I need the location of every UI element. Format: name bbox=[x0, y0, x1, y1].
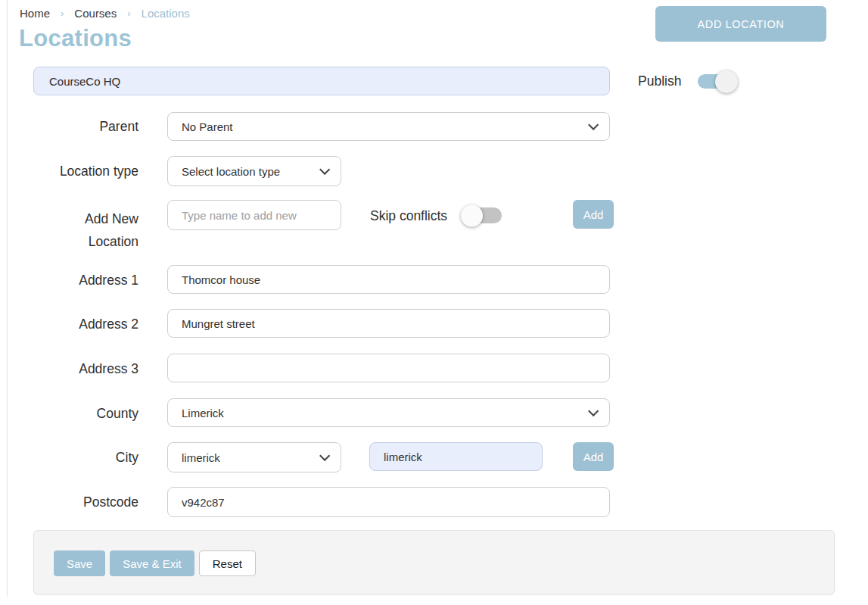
add-location-button[interactable]: ADD LOCATION bbox=[655, 6, 826, 42]
chevron-down-icon bbox=[319, 451, 330, 461]
footer-buttons: Save Save & Exit Reset bbox=[54, 550, 256, 576]
city-add-input[interactable] bbox=[369, 442, 543, 471]
save-button[interactable]: Save bbox=[54, 550, 105, 576]
location-type-label: Location type bbox=[0, 164, 138, 179]
add-new-location-label: Add New Location bbox=[0, 207, 138, 253]
breadcrumb: Home › Courses › Locations bbox=[20, 7, 190, 20]
breadcrumb-courses[interactable]: Courses bbox=[74, 7, 117, 20]
city-add-button[interactable]: Add bbox=[573, 442, 614, 471]
chevron-down-icon bbox=[588, 120, 599, 130]
city-select[interactable]: limerick bbox=[167, 442, 341, 472]
breadcrumb-separator-icon: › bbox=[61, 8, 64, 19]
page-title: Locations bbox=[19, 25, 132, 52]
parent-select[interactable]: No Parent bbox=[167, 112, 610, 141]
location-type-select-value: Select location type bbox=[182, 165, 280, 178]
address1-input[interactable] bbox=[167, 265, 610, 294]
breadcrumb-separator-icon: › bbox=[127, 8, 130, 19]
skip-conflicts-label: Skip conflicts bbox=[370, 208, 447, 224]
chevron-down-icon bbox=[588, 406, 599, 416]
publish-toggle[interactable] bbox=[698, 74, 733, 89]
chevron-down-icon bbox=[319, 164, 330, 175]
address2-input[interactable] bbox=[167, 309, 610, 338]
address2-label: Address 2 bbox=[0, 317, 138, 332]
city-select-value: limerick bbox=[182, 451, 220, 464]
address1-label: Address 1 bbox=[0, 273, 138, 288]
add-new-location-add-button[interactable]: Add bbox=[573, 200, 614, 229]
locations-page: Home › Courses › Locations Locations ADD… bbox=[0, 0, 868, 605]
add-new-location-input[interactable] bbox=[167, 200, 341, 230]
postcode-label: Postcode bbox=[0, 494, 138, 510]
city-label: City bbox=[0, 450, 138, 466]
county-select[interactable]: Limerick bbox=[167, 398, 610, 427]
breadcrumb-locations: Locations bbox=[142, 7, 190, 20]
breadcrumb-home[interactable]: Home bbox=[20, 7, 50, 20]
address3-label: Address 3 bbox=[0, 361, 138, 377]
parent-select-value: No Parent bbox=[182, 120, 233, 133]
footer-action-bar: Save Save & Exit Reset bbox=[33, 530, 835, 594]
county-label: County bbox=[0, 406, 138, 422]
reset-button[interactable]: Reset bbox=[199, 550, 256, 576]
postcode-input[interactable] bbox=[167, 487, 610, 517]
county-select-value: Limerick bbox=[182, 407, 224, 419]
address3-input[interactable] bbox=[167, 354, 610, 382]
save-and-exit-button[interactable]: Save & Exit bbox=[110, 550, 194, 576]
parent-label: Parent bbox=[0, 119, 138, 135]
skip-conflicts-toggle[interactable] bbox=[465, 207, 502, 223]
toggle-thumb bbox=[461, 204, 483, 226]
location-type-select[interactable]: Select location type bbox=[167, 156, 341, 186]
toggle-thumb bbox=[715, 70, 738, 93]
publish-label: Publish bbox=[638, 73, 681, 89]
location-name-input[interactable] bbox=[33, 67, 610, 95]
